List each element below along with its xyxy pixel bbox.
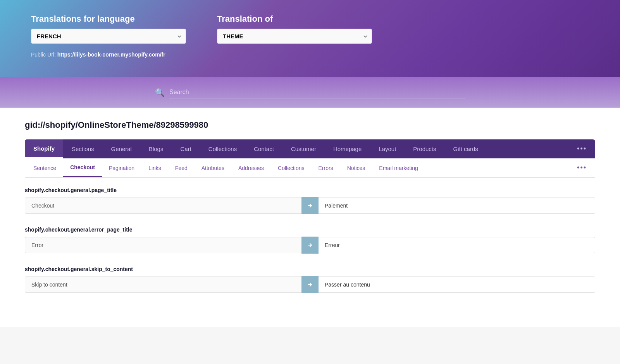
primary-tab-layout[interactable]: Layout xyxy=(370,139,405,158)
field-row-1 xyxy=(25,237,595,254)
field-arrow-btn-0[interactable] xyxy=(301,197,319,214)
primary-tabs: ShopifySectionsGeneralBlogsCartCollectio… xyxy=(25,139,595,158)
secondary-tabs: SentenceCheckoutPaginationLinksFeedAttri… xyxy=(25,158,595,178)
primary-tab-blogs[interactable]: Blogs xyxy=(140,139,172,158)
primary-tab-contact[interactable]: Contact xyxy=(245,139,282,158)
primary-tab-collections[interactable]: Collections xyxy=(200,139,245,158)
header-section: Translations for language FRENCH SPANISH… xyxy=(0,0,620,77)
header-top: Translations for language FRENCH SPANISH… xyxy=(31,14,589,58)
primary-tab-shopify[interactable]: Shopify xyxy=(25,139,63,158)
primary-tab-general[interactable]: General xyxy=(103,139,140,158)
secondary-tab-notices[interactable]: Notices xyxy=(340,160,372,177)
secondary-tab-[interactable]: ••• xyxy=(570,158,594,177)
search-input[interactable] xyxy=(169,86,465,98)
primary-tab-products[interactable]: Products xyxy=(405,139,444,158)
language-select[interactable]: FRENCH SPANISH GERMAN ITALIAN xyxy=(31,29,186,44)
translations-for-language-group: Translations for language FRENCH SPANISH… xyxy=(31,14,186,58)
primary-tab-customer[interactable]: Customer xyxy=(282,139,325,158)
translation-of-group: Translation of THEME PRODUCTS COLLECTION… xyxy=(217,14,372,44)
primary-tab-gift-cards[interactable]: Gift cards xyxy=(445,139,487,158)
field-translation-2[interactable] xyxy=(319,276,595,293)
search-section: 🔍 xyxy=(0,77,620,108)
secondary-tab-checkout[interactable]: Checkout xyxy=(63,159,102,177)
field-key-1: shopify.checkout.general.error_page_titl… xyxy=(25,227,595,233)
search-icon: 🔍 xyxy=(155,88,165,97)
secondary-tab-sentence[interactable]: Sentence xyxy=(26,160,63,177)
field-source-1 xyxy=(25,237,301,253)
translations-label: Translations for language xyxy=(31,14,186,24)
field-source-0 xyxy=(25,197,301,214)
search-wrapper: 🔍 xyxy=(155,86,465,98)
public-url-value[interactable]: https://lilys-book-corner.myshopify.com/… xyxy=(57,52,165,58)
field-row-0 xyxy=(25,197,595,214)
field-arrow-btn-2[interactable] xyxy=(301,276,319,293)
primary-tab-sections[interactable]: Sections xyxy=(63,139,103,158)
translation-section: shopify.checkout.general.page_titleshopi… xyxy=(25,178,595,315)
field-translation-1[interactable] xyxy=(319,237,595,253)
field-key-2: shopify.checkout.general.skip_to_content xyxy=(25,266,595,272)
theme-select[interactable]: THEME PRODUCTS COLLECTIONS BLOGS xyxy=(217,29,372,44)
secondary-tab-pagination[interactable]: Pagination xyxy=(102,160,141,177)
field-arrow-btn-1[interactable] xyxy=(301,237,319,254)
secondary-tab-email-marketing[interactable]: Email marketing xyxy=(372,160,425,177)
field-key-0: shopify.checkout.general.page_title xyxy=(25,187,595,193)
secondary-tab-links[interactable]: Links xyxy=(141,160,168,177)
secondary-tab-feed[interactable]: Feed xyxy=(168,160,195,177)
secondary-tab-errors[interactable]: Errors xyxy=(312,160,340,177)
field-row-2 xyxy=(25,276,595,293)
secondary-tab-attributes[interactable]: Attributes xyxy=(195,160,231,177)
primary-tab-homepage[interactable]: Homepage xyxy=(325,139,370,158)
secondary-tab-addresses[interactable]: Addresses xyxy=(231,160,271,177)
main-content: gid://shopify/OnlineStoreTheme/892985999… xyxy=(0,108,620,327)
field-translation-0[interactable] xyxy=(319,197,595,214)
public-url: Public Url: https://lilys-book-corner.my… xyxy=(31,52,186,58)
secondary-tab-collections[interactable]: Collections xyxy=(271,160,311,177)
gid-title: gid://shopify/OnlineStoreTheme/892985999… xyxy=(25,120,595,130)
translation-of-label: Translation of xyxy=(217,14,372,24)
field-source-2 xyxy=(25,276,301,293)
primary-tab-cart[interactable]: Cart xyxy=(172,139,200,158)
primary-tab-[interactable]: ••• xyxy=(568,139,595,158)
